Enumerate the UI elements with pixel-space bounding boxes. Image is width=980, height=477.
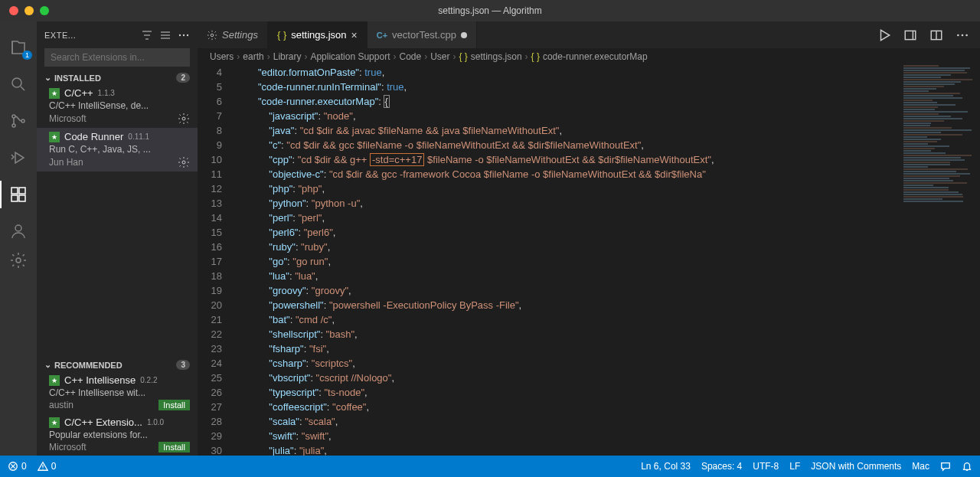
svg-rect-7 [19, 195, 25, 201]
status-bar: 0 0 Ln 6, Col 33 Spaces: 4 UTF-8 LF JSON… [0, 456, 980, 477]
maximize-window[interactable] [40, 6, 49, 15]
explorer-icon[interactable]: 1 [8, 37, 29, 58]
svg-point-9 [16, 258, 21, 263]
svg-rect-6 [11, 195, 18, 201]
minimap[interactable] [903, 65, 980, 295]
source-control-icon[interactable] [8, 110, 29, 132]
extension-item[interactable]: ★C/C++ Extensio...1.0.0Popular extension… [37, 413, 198, 456]
warnings-item[interactable]: 0 [38, 461, 57, 472]
window-title: settings.json — Algorithm [438, 5, 541, 16]
sidebar-title: EXTE... [44, 31, 135, 40]
extension-item[interactable]: ★C++ Intellisense0.2.2C/C++ Intellisense… [37, 371, 198, 413]
modified-dot-icon [461, 32, 467, 38]
layout-icon[interactable] [929, 28, 943, 42]
search-input[interactable] [44, 48, 190, 67]
svg-point-18 [957, 34, 959, 36]
svg-point-3 [21, 119, 24, 123]
svg-rect-16 [905, 31, 916, 39]
eol[interactable]: LF [789, 461, 800, 472]
svg-point-2 [12, 124, 15, 127]
indentation[interactable]: Spaces: 4 [701, 461, 742, 472]
activity-bar: 1 [0, 21, 37, 456]
encoding[interactable]: UTF-8 [753, 461, 779, 472]
editor-area: Settings { } settings.json × C+ vectorTe… [198, 21, 980, 456]
star-icon: ★ [49, 88, 60, 99]
settings-gear-icon[interactable] [8, 250, 29, 271]
tab-settings-json[interactable]: { } settings.json × [268, 21, 368, 48]
breadcrumb-segment[interactable]: settings.json [471, 51, 522, 62]
svg-point-13 [182, 117, 185, 120]
account-icon[interactable] [8, 221, 29, 242]
svg-point-20 [965, 34, 968, 36]
svg-point-11 [183, 34, 185, 35]
svg-point-0 [12, 78, 21, 87]
svg-point-12 [187, 34, 188, 35]
code-editor[interactable]: 4567891011121314151617181920212223242526… [198, 65, 980, 456]
explorer-badge: 1 [22, 51, 32, 60]
breadcrumb-segment[interactable]: code-runner.executorMap [543, 51, 648, 62]
svg-rect-5 [19, 188, 25, 194]
titlebar: settings.json — Algorithm [0, 0, 980, 21]
split-icon[interactable] [903, 28, 917, 42]
recommended-count: 3 [176, 360, 190, 370]
svg-point-15 [211, 34, 214, 37]
more-icon[interactable] [178, 29, 190, 41]
svg-point-10 [179, 34, 181, 35]
install-button[interactable]: Install [158, 442, 190, 452]
chevron-down-icon: ⌄ [44, 73, 51, 83]
filter-icon[interactable] [141, 29, 153, 41]
star-icon: ★ [49, 132, 60, 142]
gear-icon[interactable] [178, 113, 190, 125]
language-mode[interactable]: JSON with Comments [811, 461, 901, 472]
debug-icon[interactable] [8, 147, 29, 168]
install-button[interactable]: Install [158, 400, 190, 410]
extension-item[interactable]: ★C/C++1.1.3C/C++ IntelliSense, de...Micr… [37, 84, 198, 128]
breadcrumb[interactable]: Users›earth›Library›Application Support›… [198, 48, 980, 65]
chevron-down-icon: ⌄ [44, 360, 51, 370]
recommended-section-header[interactable]: ⌄ RECOMMENDED 3 [37, 358, 198, 371]
errors-item[interactable]: 0 [8, 461, 27, 472]
star-icon: ★ [49, 417, 60, 428]
breadcrumb-segment[interactable]: Users [210, 51, 234, 62]
tab-vectortest[interactable]: C+ vectorTest.cpp [368, 21, 477, 48]
installed-count: 2 [176, 73, 190, 83]
svg-point-19 [962, 34, 964, 36]
search-icon[interactable] [8, 74, 29, 95]
breadcrumb-segment[interactable]: Library [273, 51, 302, 62]
svg-point-14 [182, 161, 185, 164]
close-tab-icon[interactable]: × [351, 29, 358, 41]
svg-point-8 [15, 225, 21, 231]
breadcrumb-segment[interactable]: Application Support [310, 51, 390, 62]
cursor-position[interactable]: Ln 6, Col 33 [641, 461, 691, 472]
close-window[interactable] [9, 6, 18, 15]
extensions-sidebar: EXTE... ⌄ INSTALLED 2 ★C/C++1.1.3C/C++ I… [37, 21, 198, 456]
extension-item[interactable]: ★Code Runner0.11.1Run C, C++, Java, JS, … [37, 128, 198, 172]
extensions-icon[interactable] [8, 184, 29, 205]
minimize-window[interactable] [24, 6, 34, 15]
breadcrumb-segment[interactable]: Code [399, 51, 421, 62]
svg-point-1 [12, 115, 15, 118]
svg-rect-4 [11, 188, 18, 194]
star-icon: ★ [49, 375, 60, 386]
bell-icon[interactable] [962, 461, 972, 472]
more-actions-icon[interactable] [956, 28, 969, 42]
gear-icon[interactable] [178, 156, 190, 168]
window-controls [0, 6, 49, 15]
os-label[interactable]: Mac [912, 461, 929, 472]
installed-section-header[interactable]: ⌄ INSTALLED 2 [37, 71, 198, 84]
clear-icon[interactable] [159, 29, 172, 41]
breadcrumb-segment[interactable]: earth [243, 51, 263, 62]
tab-bar: Settings { } settings.json × C+ vectorTe… [198, 21, 980, 48]
breadcrumb-segment[interactable]: User [430, 51, 449, 62]
run-icon[interactable] [877, 28, 891, 42]
feedback-icon[interactable] [940, 461, 951, 472]
tab-settings[interactable]: Settings [198, 21, 268, 48]
